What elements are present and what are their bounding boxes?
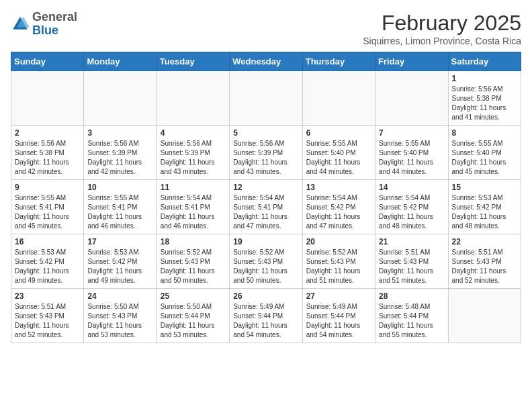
day-info: Sunrise: 5:53 AM Sunset: 5:42 PM Dayligh… bbox=[452, 193, 517, 231]
calendar-day-cell: 18Sunrise: 5:52 AM Sunset: 5:43 PM Dayli… bbox=[157, 234, 229, 289]
calendar-day-header: Friday bbox=[375, 52, 448, 71]
calendar-day-cell: 23Sunrise: 5:51 AM Sunset: 5:43 PM Dayli… bbox=[11, 289, 84, 343]
day-number: 28 bbox=[379, 291, 444, 301]
day-info: Sunrise: 5:54 AM Sunset: 5:41 PM Dayligh… bbox=[161, 193, 226, 231]
calendar-week-row: 23Sunrise: 5:51 AM Sunset: 5:43 PM Dayli… bbox=[11, 289, 521, 343]
calendar-day-cell: 26Sunrise: 5:49 AM Sunset: 5:44 PM Dayli… bbox=[230, 289, 302, 343]
day-number: 1 bbox=[452, 74, 517, 83]
calendar-day-cell: 25Sunrise: 5:50 AM Sunset: 5:44 PM Dayli… bbox=[157, 289, 229, 343]
day-info: Sunrise: 5:52 AM Sunset: 5:43 PM Dayligh… bbox=[233, 248, 298, 285]
month-year: February 2025 bbox=[363, 11, 521, 36]
location: Siquirres, Limon Province, Costa Rica bbox=[363, 36, 521, 46]
day-info: Sunrise: 5:52 AM Sunset: 5:43 PM Dayligh… bbox=[161, 248, 226, 285]
calendar-day-cell: 20Sunrise: 5:52 AM Sunset: 5:43 PM Dayli… bbox=[302, 234, 375, 289]
calendar-day-header: Tuesday bbox=[157, 52, 229, 71]
calendar-day-cell: 12Sunrise: 5:54 AM Sunset: 5:41 PM Dayli… bbox=[230, 180, 302, 234]
day-number: 10 bbox=[87, 183, 152, 192]
day-number: 6 bbox=[306, 128, 371, 138]
calendar-day-cell: 9Sunrise: 5:55 AM Sunset: 5:41 PM Daylig… bbox=[11, 180, 84, 234]
day-number: 18 bbox=[161, 237, 226, 246]
day-number: 7 bbox=[379, 128, 444, 138]
calendar-week-row: 16Sunrise: 5:53 AM Sunset: 5:42 PM Dayli… bbox=[11, 234, 521, 289]
calendar-day-cell bbox=[302, 71, 375, 126]
calendar-day-cell: 13Sunrise: 5:54 AM Sunset: 5:42 PM Dayli… bbox=[302, 180, 375, 234]
day-info: Sunrise: 5:51 AM Sunset: 5:43 PM Dayligh… bbox=[379, 248, 444, 285]
day-info: Sunrise: 5:55 AM Sunset: 5:41 PM Dayligh… bbox=[15, 193, 80, 231]
day-info: Sunrise: 5:56 AM Sunset: 5:39 PM Dayligh… bbox=[161, 139, 226, 177]
calendar-day-cell: 4Sunrise: 5:56 AM Sunset: 5:39 PM Daylig… bbox=[157, 126, 229, 180]
day-info: Sunrise: 5:55 AM Sunset: 5:40 PM Dayligh… bbox=[379, 139, 444, 177]
day-info: Sunrise: 5:51 AM Sunset: 5:43 PM Dayligh… bbox=[15, 302, 80, 340]
day-number: 20 bbox=[306, 237, 371, 246]
calendar-day-cell: 24Sunrise: 5:50 AM Sunset: 5:43 PM Dayli… bbox=[84, 289, 157, 343]
day-number: 8 bbox=[452, 128, 517, 138]
day-number: 4 bbox=[161, 128, 226, 138]
day-number: 9 bbox=[15, 183, 80, 192]
day-number: 17 bbox=[87, 237, 152, 246]
day-info: Sunrise: 5:54 AM Sunset: 5:41 PM Dayligh… bbox=[233, 193, 298, 231]
day-number: 13 bbox=[306, 183, 371, 192]
calendar-day-header: Saturday bbox=[448, 52, 521, 71]
day-number: 24 bbox=[87, 291, 152, 301]
calendar-day-header: Wednesday bbox=[230, 52, 302, 71]
calendar-day-cell: 7Sunrise: 5:55 AM Sunset: 5:40 PM Daylig… bbox=[375, 126, 448, 180]
day-info: Sunrise: 5:52 AM Sunset: 5:43 PM Dayligh… bbox=[306, 248, 371, 285]
calendar-day-header: Monday bbox=[84, 52, 157, 71]
calendar-table: SundayMondayTuesdayWednesdayThursdayFrid… bbox=[11, 52, 521, 343]
calendar-day-cell: 3Sunrise: 5:56 AM Sunset: 5:39 PM Daylig… bbox=[84, 126, 157, 180]
calendar-day-cell: 28Sunrise: 5:48 AM Sunset: 5:44 PM Dayli… bbox=[375, 289, 448, 343]
day-number: 16 bbox=[15, 237, 80, 246]
day-info: Sunrise: 5:53 AM Sunset: 5:42 PM Dayligh… bbox=[87, 248, 152, 285]
calendar-day-header: Sunday bbox=[11, 52, 84, 71]
day-info: Sunrise: 5:50 AM Sunset: 5:43 PM Dayligh… bbox=[87, 302, 152, 340]
day-number: 19 bbox=[233, 237, 298, 246]
calendar-day-cell: 10Sunrise: 5:55 AM Sunset: 5:41 PM Dayli… bbox=[84, 180, 157, 234]
calendar-day-cell bbox=[375, 71, 448, 126]
day-number: 5 bbox=[233, 128, 298, 138]
logo-blue-text: Blue bbox=[32, 24, 58, 37]
calendar-day-cell: 17Sunrise: 5:53 AM Sunset: 5:42 PM Dayli… bbox=[84, 234, 157, 289]
logo-icon bbox=[11, 15, 30, 34]
calendar-day-cell: 19Sunrise: 5:52 AM Sunset: 5:43 PM Dayli… bbox=[230, 234, 302, 289]
logo: General Blue bbox=[11, 11, 77, 38]
calendar-day-cell: 14Sunrise: 5:54 AM Sunset: 5:42 PM Dayli… bbox=[375, 180, 448, 234]
day-number: 26 bbox=[233, 291, 298, 301]
calendar-week-row: 1Sunrise: 5:56 AM Sunset: 5:38 PM Daylig… bbox=[11, 71, 521, 126]
day-number: 2 bbox=[15, 128, 80, 138]
calendar-day-cell: 1Sunrise: 5:56 AM Sunset: 5:38 PM Daylig… bbox=[448, 71, 521, 126]
day-info: Sunrise: 5:56 AM Sunset: 5:38 PM Dayligh… bbox=[452, 85, 517, 122]
calendar-day-cell: 15Sunrise: 5:53 AM Sunset: 5:42 PM Dayli… bbox=[448, 180, 521, 234]
day-number: 27 bbox=[306, 291, 371, 301]
calendar-day-cell bbox=[84, 71, 157, 126]
calendar-day-cell bbox=[230, 71, 302, 126]
day-info: Sunrise: 5:54 AM Sunset: 5:42 PM Dayligh… bbox=[306, 193, 371, 231]
calendar-day-cell bbox=[11, 71, 84, 126]
title-block: February 2025 Siquirres, Limon Province,… bbox=[363, 11, 521, 46]
logo-general-text: General bbox=[32, 10, 77, 24]
day-number: 22 bbox=[452, 237, 517, 246]
day-info: Sunrise: 5:56 AM Sunset: 5:38 PM Dayligh… bbox=[15, 139, 80, 177]
calendar-day-cell bbox=[157, 71, 229, 126]
day-info: Sunrise: 5:55 AM Sunset: 5:41 PM Dayligh… bbox=[87, 193, 152, 231]
day-info: Sunrise: 5:55 AM Sunset: 5:40 PM Dayligh… bbox=[306, 139, 371, 177]
day-number: 14 bbox=[379, 183, 444, 192]
calendar-day-header: Thursday bbox=[302, 52, 375, 71]
calendar-day-cell: 2Sunrise: 5:56 AM Sunset: 5:38 PM Daylig… bbox=[11, 126, 84, 180]
day-info: Sunrise: 5:49 AM Sunset: 5:44 PM Dayligh… bbox=[233, 302, 298, 340]
calendar-day-cell: 8Sunrise: 5:55 AM Sunset: 5:40 PM Daylig… bbox=[448, 126, 521, 180]
day-info: Sunrise: 5:56 AM Sunset: 5:39 PM Dayligh… bbox=[233, 139, 298, 177]
day-number: 15 bbox=[452, 183, 517, 192]
calendar-day-cell: 27Sunrise: 5:49 AM Sunset: 5:44 PM Dayli… bbox=[302, 289, 375, 343]
calendar-day-cell: 5Sunrise: 5:56 AM Sunset: 5:39 PM Daylig… bbox=[230, 126, 302, 180]
day-info: Sunrise: 5:56 AM Sunset: 5:39 PM Dayligh… bbox=[87, 139, 152, 177]
day-number: 3 bbox=[87, 128, 152, 138]
calendar-day-cell bbox=[448, 289, 521, 343]
day-info: Sunrise: 5:50 AM Sunset: 5:44 PM Dayligh… bbox=[161, 302, 226, 340]
day-info: Sunrise: 5:49 AM Sunset: 5:44 PM Dayligh… bbox=[306, 302, 371, 340]
calendar-week-row: 2Sunrise: 5:56 AM Sunset: 5:38 PM Daylig… bbox=[11, 126, 521, 180]
day-info: Sunrise: 5:55 AM Sunset: 5:40 PM Dayligh… bbox=[452, 139, 517, 177]
calendar-week-row: 9Sunrise: 5:55 AM Sunset: 5:41 PM Daylig… bbox=[11, 180, 521, 234]
day-number: 11 bbox=[161, 183, 226, 192]
calendar-day-cell: 6Sunrise: 5:55 AM Sunset: 5:40 PM Daylig… bbox=[302, 126, 375, 180]
day-info: Sunrise: 5:53 AM Sunset: 5:42 PM Dayligh… bbox=[15, 248, 80, 285]
